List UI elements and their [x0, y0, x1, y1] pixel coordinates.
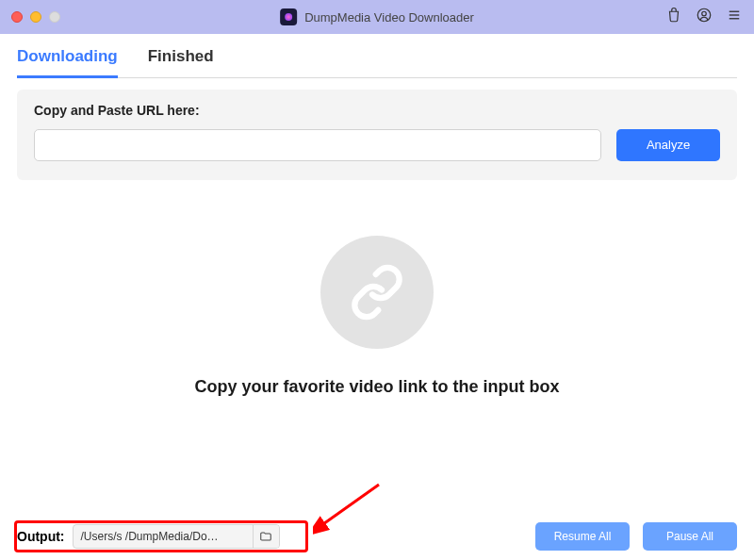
svg-point-1 [702, 11, 707, 16]
minimize-window-button[interactable] [30, 11, 41, 23]
output-group: Output: /Users/s /DumpMedia/Do… [17, 524, 280, 549]
output-label: Output: [17, 529, 65, 544]
link-icon [320, 236, 434, 349]
tab-finished[interactable]: Finished [148, 47, 214, 77]
account-icon[interactable] [696, 7, 713, 27]
maximize-window-button [49, 11, 60, 23]
output-path[interactable]: /Users/s /DumpMedia/Do… [74, 530, 253, 543]
app-title: DumpMedia Video Downloader [304, 10, 474, 25]
url-panel: Copy and Paste URL here: Analyze [17, 90, 737, 180]
tabs: Downloading Finished [17, 34, 737, 78]
empty-state: Copy your favorite video link to the inp… [17, 189, 737, 444]
analyze-button[interactable]: Analyze [616, 129, 720, 161]
browse-output-folder-button[interactable] [253, 525, 279, 548]
bottom-actions: Resume All Pause All [535, 522, 737, 551]
folder-icon [259, 530, 272, 543]
svg-point-0 [697, 8, 711, 22]
title-center: DumpMedia Video Downloader [280, 8, 474, 25]
url-input[interactable] [34, 129, 601, 161]
empty-state-message: Copy your favorite video link to the inp… [194, 377, 559, 397]
shop-icon[interactable] [665, 7, 682, 27]
pause-all-button[interactable]: Pause All [643, 522, 737, 551]
tab-downloading[interactable]: Downloading [17, 47, 118, 78]
titlebar-right [665, 7, 743, 27]
window-controls [11, 11, 60, 23]
output-path-box: /Users/s /DumpMedia/Do… [73, 524, 280, 549]
close-window-button[interactable] [11, 11, 23, 23]
menu-icon[interactable] [726, 7, 743, 27]
url-input-label: Copy and Paste URL here: [34, 103, 720, 118]
resume-all-button[interactable]: Resume All [535, 522, 630, 551]
titlebar: DumpMedia Video Downloader [0, 0, 754, 34]
bottom-bar: Output: /Users/s /DumpMedia/Do… Resume A… [0, 513, 754, 560]
app-icon [280, 8, 297, 25]
